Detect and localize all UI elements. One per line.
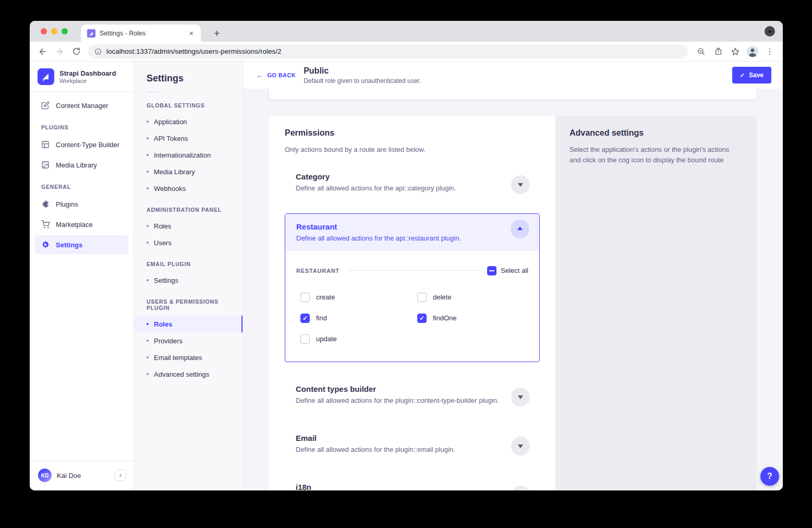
sidebar-item-marketplace[interactable]: Marketplace bbox=[35, 215, 128, 234]
checkbox-label: delete bbox=[433, 293, 451, 301]
tab-title: Settings - Roles bbox=[100, 30, 183, 37]
menu-button[interactable] bbox=[762, 44, 778, 59]
minimize-window-button[interactable] bbox=[51, 28, 57, 34]
go-back-link[interactable]: ← GO BACK bbox=[256, 71, 296, 79]
bullet-icon bbox=[147, 187, 149, 189]
permission-findone[interactable]: findOne bbox=[417, 314, 528, 323]
subnav-item-internationalization[interactable]: Internationalization bbox=[134, 147, 243, 163]
reload-button[interactable] bbox=[68, 44, 84, 59]
collapse-restaurant-button[interactable] bbox=[511, 220, 529, 238]
restaurant-group-row: RESTAURANT Select all bbox=[296, 266, 528, 275]
close-window-button[interactable] bbox=[41, 28, 47, 34]
subnav-item-api-tokens[interactable]: API Tokens bbox=[134, 130, 243, 147]
accordion-title: Content types builder bbox=[296, 385, 503, 393]
bullet-icon bbox=[147, 279, 149, 281]
bullet-icon bbox=[147, 171, 149, 173]
accordion-content-types-builder[interactable]: Content types builder Define all allowed… bbox=[285, 385, 540, 411]
accordion-subtitle: Define all allowed actions for the api::… bbox=[296, 234, 503, 242]
subnav-item-providers[interactable]: Providers bbox=[134, 332, 243, 349]
share-button[interactable] bbox=[710, 44, 726, 59]
user-avatar[interactable]: KD bbox=[38, 469, 52, 482]
zoom-button[interactable] bbox=[693, 44, 709, 59]
expand-i18n-button[interactable] bbox=[511, 486, 530, 491]
arrow-left-icon bbox=[38, 47, 47, 56]
sidebar-item-settings[interactable]: Settings bbox=[35, 235, 128, 254]
strapi-favicon-icon bbox=[87, 29, 95, 38]
group-divider bbox=[347, 270, 479, 271]
subnav-item-email-settings[interactable]: Settings bbox=[134, 272, 243, 289]
brand-text: Strapi Dashboard Workplace bbox=[59, 69, 116, 84]
accordion-title: Email bbox=[296, 434, 503, 442]
subnav-item-email-templates[interactable]: Email templates bbox=[134, 349, 243, 366]
sidebar-item-plugins[interactable]: Plugins bbox=[35, 195, 128, 213]
accordion-title: Restaurant bbox=[296, 222, 503, 231]
save-button[interactable]: ✓ Save bbox=[732, 67, 771, 83]
restaurant-accordion-header[interactable]: Restaurant Define all allowed actions fo… bbox=[285, 214, 539, 251]
magnifier-icon bbox=[697, 47, 706, 56]
back-button[interactable] bbox=[35, 44, 51, 59]
profile-button[interactable] bbox=[745, 44, 760, 59]
help-button[interactable]: ? bbox=[760, 467, 779, 486]
screenshot-root: { "colors": { "accent": "#4945ff", "acce… bbox=[0, 0, 812, 528]
create-checkbox[interactable] bbox=[300, 293, 310, 302]
sidebar-item-label: Settings bbox=[56, 241, 82, 249]
permission-delete[interactable]: delete bbox=[417, 293, 528, 302]
save-button-label: Save bbox=[749, 71, 763, 79]
avatar-icon bbox=[746, 45, 759, 58]
address-bar[interactable]: localhost:1337/admin/settings/users-perm… bbox=[88, 44, 688, 59]
sidebar-item-content-manager[interactable]: Content Manager bbox=[35, 96, 128, 115]
bullet-icon bbox=[147, 154, 149, 156]
accordion-subtitle: Define all allowed actions for the api::… bbox=[296, 184, 503, 192]
accordion-category[interactable]: Category Define all allowed actions for … bbox=[285, 172, 540, 198]
subnav-item-label: Media Library bbox=[154, 168, 195, 176]
brand[interactable]: Strapi Dashboard Workplace bbox=[30, 62, 134, 91]
permission-find[interactable]: find bbox=[300, 314, 417, 323]
browser-window: Settings - Roles × + localhost:1337/admi… bbox=[30, 21, 783, 490]
checkbox-label: find bbox=[316, 314, 327, 322]
tab-search-button[interactable] bbox=[765, 26, 775, 37]
role-header: Public Default role given to unauthentic… bbox=[304, 66, 421, 84]
edit-icon bbox=[41, 101, 50, 110]
select-all-control[interactable]: Select all bbox=[487, 266, 528, 275]
subnav-item-label: Internationalization bbox=[154, 151, 211, 159]
zoom-window-button[interactable] bbox=[62, 28, 68, 34]
expand-content-types-builder-button[interactable] bbox=[511, 388, 530, 406]
delete-checkbox[interactable] bbox=[417, 293, 427, 302]
subnav-item-application[interactable]: Application bbox=[134, 113, 243, 130]
subnav-item-up-roles[interactable]: Roles bbox=[134, 316, 243, 332]
url-text[interactable]: localhost:1337/admin/settings/users-perm… bbox=[106, 47, 281, 55]
bullet-icon bbox=[147, 323, 149, 325]
subnav-item-advanced-settings[interactable]: Advanced settings bbox=[134, 366, 243, 382]
browser-toolbar: localhost:1337/admin/settings/users-perm… bbox=[30, 42, 783, 62]
sidebar-item-content-type-builder[interactable]: Content-Type Builder bbox=[35, 135, 128, 154]
close-tab-icon[interactable]: × bbox=[187, 28, 196, 38]
restaurant-permissions-body: RESTAURANT Select all create bbox=[285, 251, 539, 362]
find-checkbox[interactable] bbox=[300, 314, 310, 323]
subnav-item-media-library[interactable]: Media Library bbox=[134, 163, 243, 180]
update-checkbox[interactable] bbox=[300, 334, 310, 344]
checkbox-label: create bbox=[316, 293, 335, 301]
subnav-item-label: Providers bbox=[154, 337, 183, 345]
findone-checkbox[interactable] bbox=[417, 314, 427, 323]
select-all-checkbox[interactable] bbox=[487, 266, 496, 275]
subnav-item-admin-roles[interactable]: Roles bbox=[134, 218, 243, 234]
bookmark-button[interactable] bbox=[728, 44, 743, 59]
permission-update[interactable]: update bbox=[300, 334, 417, 344]
subnav-item-webhooks[interactable]: Webhooks bbox=[134, 180, 243, 197]
accordion-subtitle: Define all allowed actions for the plugi… bbox=[296, 446, 503, 453]
bullet-icon bbox=[147, 242, 149, 244]
action-checkbox-grid: create delete find bbox=[296, 293, 528, 344]
sidebar-section-general: GENERAL bbox=[35, 176, 128, 195]
accordion-email[interactable]: Email Define all allowed actions for the… bbox=[285, 434, 540, 460]
browser-tab[interactable]: Settings - Roles × bbox=[81, 25, 201, 42]
subnav-item-label: Email templates bbox=[154, 354, 202, 362]
collapse-sidebar-button[interactable]: ‹ bbox=[115, 470, 126, 481]
subnav-item-admin-users[interactable]: Users bbox=[134, 234, 243, 251]
permission-create[interactable]: create bbox=[300, 293, 417, 302]
image-icon bbox=[41, 161, 50, 169]
expand-category-button[interactable] bbox=[511, 175, 530, 194]
expand-email-button[interactable] bbox=[511, 437, 530, 455]
sidebar-item-media-library[interactable]: Media Library bbox=[35, 155, 128, 174]
accordion-i18n[interactable]: i18n bbox=[285, 483, 540, 491]
new-tab-button[interactable]: + bbox=[209, 26, 225, 41]
